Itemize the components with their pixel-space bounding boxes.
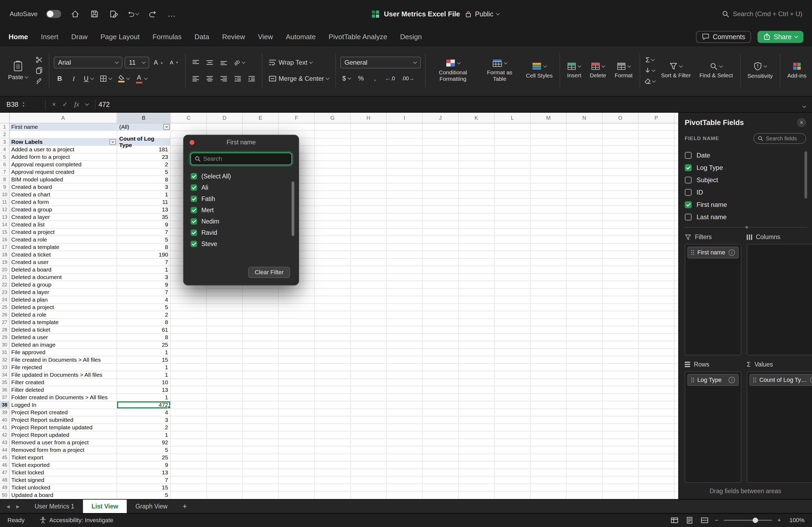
- cell-b43[interactable]: 92: [117, 439, 171, 446]
- row-header-21[interactable]: 21: [0, 274, 10, 281]
- font-color-button[interactable]: A: [134, 73, 149, 85]
- info-icon[interactable]: i: [728, 377, 735, 383]
- cell-b1[interactable]: (All): [117, 123, 171, 131]
- cell-b14[interactable]: 9: [117, 221, 171, 228]
- cell-a39[interactable]: Project Report created: [10, 409, 117, 416]
- row-header-27[interactable]: 27: [0, 319, 10, 326]
- paste-button[interactable]: Paste: [5, 59, 31, 81]
- percent-format-button[interactable]: %: [355, 72, 367, 85]
- cell-a5[interactable]: Added form to a project: [10, 153, 117, 161]
- tab-review[interactable]: Review: [222, 33, 245, 41]
- cell-a47[interactable]: Ticket locked: [10, 469, 117, 476]
- titlebar-search[interactable]: Search (Cmd + Ctrl + U): [722, 10, 802, 18]
- filter-dialog-titlebar[interactable]: First name: [184, 135, 299, 149]
- row-header-47[interactable]: 47: [0, 469, 10, 476]
- cell-a41[interactable]: Project Report template updated: [10, 424, 117, 431]
- tab-data[interactable]: Data: [194, 33, 209, 41]
- add-ins-button[interactable]: Add-ins: [785, 61, 809, 80]
- increase-font-size-button[interactable]: A▲: [151, 56, 165, 69]
- sort-filter-button[interactable]: Sort & Filter: [658, 61, 694, 80]
- cell-b26[interactable]: 2: [117, 311, 171, 318]
- row-header-45[interactable]: 45: [0, 454, 10, 461]
- row-header-35[interactable]: 35: [0, 379, 10, 386]
- cell-b3[interactable]: Count of Log Type: [117, 138, 171, 146]
- filter-search-input[interactable]: Search: [190, 152, 292, 165]
- filter-item-ravid[interactable]: Ravid: [191, 227, 299, 238]
- name-box[interactable]: B38 ▲▼: [0, 101, 45, 108]
- row-header-16[interactable]: 16: [0, 236, 10, 243]
- row-header-38[interactable]: 38: [0, 402, 10, 408]
- cell-b35[interactable]: 10: [117, 379, 171, 386]
- row-header-36[interactable]: 36: [0, 387, 10, 393]
- align-center-button[interactable]: [204, 73, 216, 85]
- add-sheet-button[interactable]: +: [176, 502, 193, 511]
- sensitivity-public-button[interactable]: Public: [465, 10, 499, 18]
- cell-a20[interactable]: Deleted a board: [10, 266, 117, 273]
- row-header-23[interactable]: 23: [0, 289, 10, 296]
- column-header-b[interactable]: B: [117, 113, 171, 123]
- column-header-n[interactable]: N: [567, 113, 603, 123]
- cell-a22[interactable]: Deleted a group: [10, 281, 117, 288]
- cell-a35[interactable]: Filter created: [10, 379, 117, 386]
- align-right-button[interactable]: [218, 73, 230, 85]
- decrease-decimal-button[interactable]: .00→: [399, 72, 417, 85]
- row-header-8[interactable]: 8: [0, 176, 10, 183]
- tab-design[interactable]: Design: [400, 33, 422, 41]
- cell-a48[interactable]: Ticket signed: [10, 477, 117, 483]
- cell-a30[interactable]: Deleted an image: [10, 341, 117, 348]
- cell-b24[interactable]: 4: [117, 296, 171, 303]
- cell-b46[interactable]: 9: [117, 462, 171, 468]
- find-select-button[interactable]: Find & Select: [697, 61, 736, 80]
- row-header-14[interactable]: 14: [0, 221, 10, 228]
- cell-a25[interactable]: Deleted a project: [10, 304, 117, 311]
- cell-b25[interactable]: 5: [117, 304, 171, 311]
- row-header-34[interactable]: 34: [0, 371, 10, 378]
- cell-a29[interactable]: Deleted a user: [10, 334, 117, 341]
- cell-b4[interactable]: 181: [117, 146, 171, 153]
- cell-a34[interactable]: File updated in Documents > All files: [10, 371, 117, 378]
- row-header-12[interactable]: 12: [0, 206, 10, 213]
- cell-b31[interactable]: 1: [117, 349, 171, 356]
- cell-b16[interactable]: 5: [117, 236, 171, 243]
- area-well-rows[interactable]: Log Typei: [685, 371, 741, 483]
- cell-a2[interactable]: [10, 131, 117, 138]
- column-header-c[interactable]: C: [171, 113, 207, 123]
- cell-a18[interactable]: Created a ticket: [10, 251, 117, 258]
- cell-b36[interactable]: 13: [117, 387, 171, 393]
- cell-b22[interactable]: 9: [117, 281, 171, 288]
- field-search-input[interactable]: Search fields: [753, 133, 806, 144]
- pill-count-of-log-ty[interactable]: Count of Log Ty…i: [750, 374, 812, 386]
- cell-a9[interactable]: Created a board: [10, 183, 117, 191]
- cell-a16[interactable]: Created a role: [10, 236, 117, 243]
- checkbox-date[interactable]: [685, 152, 692, 159]
- tab-insert[interactable]: Insert: [41, 33, 58, 41]
- row-header-6[interactable]: 6: [0, 161, 10, 168]
- tab-view[interactable]: View: [258, 33, 273, 41]
- field-list-scrollbar[interactable]: [804, 151, 807, 199]
- cell-a10[interactable]: Created a chart: [10, 191, 117, 198]
- cell-b37[interactable]: 1: [117, 394, 171, 401]
- font-name-select[interactable]: Arial: [54, 57, 122, 69]
- cell-a44[interactable]: Removed form from a project: [10, 447, 117, 453]
- cell-a17[interactable]: Created a template: [10, 244, 117, 251]
- cell-b13[interactable]: 35: [117, 214, 171, 221]
- next-sheet-button[interactable]: ▶: [13, 504, 23, 509]
- area-well-filters[interactable]: First namei: [685, 244, 741, 355]
- cell-a23[interactable]: Deleted a layer: [10, 289, 117, 296]
- checkbox-log-type[interactable]: [685, 164, 692, 171]
- row-header-7[interactable]: 7: [0, 168, 10, 176]
- cell-a49[interactable]: Ticket unlocked: [10, 484, 117, 491]
- column-header-d[interactable]: D: [207, 113, 243, 123]
- cell-a32[interactable]: File created in Documents > All files: [10, 356, 117, 363]
- column-header-e[interactable]: E: [243, 113, 279, 123]
- cell-b47[interactable]: 13: [117, 469, 171, 476]
- row-header-43[interactable]: 43: [0, 439, 10, 446]
- area-well-values[interactable]: Count of Log Ty…i: [747, 371, 812, 483]
- zoom-in-button[interactable]: +: [777, 517, 781, 524]
- checkbox-last-name[interactable]: [685, 214, 692, 221]
- row-header-5[interactable]: 5: [0, 153, 10, 161]
- cell-a31[interactable]: File approved: [10, 349, 117, 356]
- font-size-select[interactable]: 11: [125, 57, 149, 69]
- checkbox-first-name[interactable]: [685, 201, 692, 208]
- row-header-15[interactable]: 15: [0, 229, 10, 236]
